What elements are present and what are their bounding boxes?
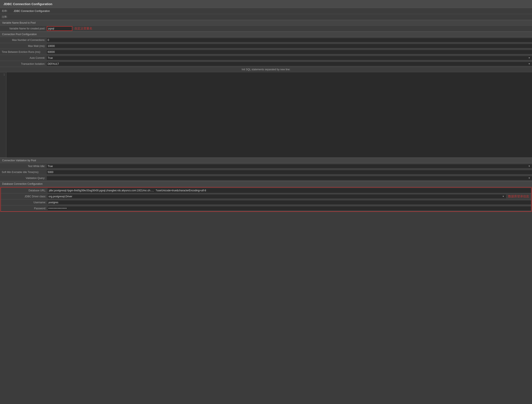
transaction-isolation-select[interactable]: DEFAULT READ_COMMITTED READ_UNCOMMITTED … xyxy=(47,62,532,66)
eviction-runs-input[interactable] xyxy=(47,50,532,54)
auto-commit-select[interactable]: True False xyxy=(47,56,532,60)
password-value-container xyxy=(48,207,531,210)
max-wait-value-container xyxy=(47,44,532,48)
max-wait-input[interactable] xyxy=(47,44,532,48)
name-value: JDBC Connection Configuration xyxy=(13,9,532,13)
password-input[interactable] xyxy=(48,207,531,210)
test-while-idle-row: Test While Idle: True False xyxy=(0,163,532,169)
max-connections-value-container xyxy=(47,38,532,42)
validation-query-label: Validation Query: xyxy=(0,176,47,181)
username-input[interactable] xyxy=(48,201,531,204)
window-title: JDBC Connection Configuration xyxy=(3,2,52,6)
sql-textarea[interactable] xyxy=(6,72,532,157)
auto-commit-label: Auto Commit: xyxy=(0,56,47,60)
max-wait-label: Max Wait (ms): xyxy=(0,44,47,48)
jdbc-driver-select[interactable]: org.postgresql.Driver xyxy=(48,195,506,198)
validation-query-select[interactable] xyxy=(47,176,532,180)
max-connections-label: Max Number of Connections: xyxy=(0,38,47,42)
comment-label: 注释: xyxy=(0,14,13,20)
jdbc-driver-row: JDBC Driver class: org.postgresql.Driver… xyxy=(1,194,531,199)
max-connections-row: Max Number of Connections: xyxy=(0,37,532,43)
variable-name-row: Variable Name for created pool: 自定义变量名 xyxy=(0,26,532,32)
username-value-container xyxy=(48,201,531,204)
test-while-idle-select[interactable]: True False xyxy=(47,164,532,168)
db-highlighted-section: Database URL: jdbc:postgresql://pgm-8vb5… xyxy=(0,187,532,212)
max-connections-input[interactable] xyxy=(47,38,532,42)
variable-name-annotation: 自定义变量名 xyxy=(72,27,95,31)
auto-commit-select-wrapper: True False xyxy=(47,56,532,60)
connection-pool-section-header: Connection Pool Configuration xyxy=(0,32,532,37)
comment-row: 注释: xyxy=(0,14,532,20)
name-row: 名称: JDBC Connection Configuration xyxy=(0,8,532,14)
variable-name-input[interactable] xyxy=(47,26,72,31)
line-numbers: 1 xyxy=(0,72,6,157)
database-url-value: jdbc:postgresql://pgm-8vb5g30kv33ug30r00… xyxy=(48,188,531,193)
validation-query-select-wrapper xyxy=(47,176,532,180)
max-wait-row: Max Wait (ms): xyxy=(0,43,532,49)
transaction-isolation-label: Transaction Isolation: xyxy=(0,62,47,66)
eviction-runs-value-container xyxy=(47,50,532,54)
variable-bound-section-header: Variable Name Bound to Pool xyxy=(0,20,532,26)
validation-query-row: Validation Query: xyxy=(0,175,532,181)
init-sql-label: Init SQL statements separated by new lin… xyxy=(0,67,532,72)
soft-min-evictable-input[interactable] xyxy=(47,170,532,174)
soft-min-evictable-label: Soft Min Evictable Idle Time(ms): xyxy=(0,170,47,175)
transaction-isolation-row: Transaction Isolation: DEFAULT READ_COMM… xyxy=(0,61,532,67)
username-label: Username: xyxy=(1,200,48,205)
database-connection-section-header: Database Connection Configuration xyxy=(0,181,532,187)
soft-min-evictable-row: Soft Min Evictable Idle Time(ms): xyxy=(0,169,532,175)
eviction-runs-label: Time Between Eviction Runs (ms): xyxy=(0,50,47,54)
variable-name-label: Variable Name for created pool: xyxy=(0,26,47,31)
transaction-isolation-select-wrapper: DEFAULT READ_COMMITTED READ_UNCOMMITTED … xyxy=(47,62,532,66)
name-label: 名称: xyxy=(0,8,13,14)
password-row: Password: xyxy=(1,205,531,211)
connection-validation-section-header: Connection Validation by Pool xyxy=(0,158,532,163)
sql-textarea-container: 1 xyxy=(0,72,532,158)
database-url-label: Database URL: xyxy=(1,188,48,193)
jdbc-driver-select-wrapper: org.postgresql.Driver xyxy=(48,195,506,198)
test-while-idle-label: Test While Idle: xyxy=(0,164,47,169)
test-while-idle-select-wrapper: True False xyxy=(47,164,532,168)
password-label: Password: xyxy=(1,206,48,211)
database-url-row: Database URL: jdbc:postgresql://pgm-8vb5… xyxy=(1,188,531,194)
jdbc-driver-annotation: 数据库登录信息 xyxy=(506,195,531,198)
title-bar: JDBC Connection Configuration xyxy=(0,0,532,8)
soft-min-evictable-value-container xyxy=(47,170,532,174)
main-window: JDBC Connection Configuration 名称: JDBC C… xyxy=(0,0,532,404)
auto-commit-row: Auto Commit: True False xyxy=(0,55,532,61)
username-row: Username: xyxy=(1,199,531,205)
jdbc-driver-label: JDBC Driver class: xyxy=(1,194,48,199)
eviction-runs-row: Time Between Eviction Runs (ms): xyxy=(0,49,532,55)
